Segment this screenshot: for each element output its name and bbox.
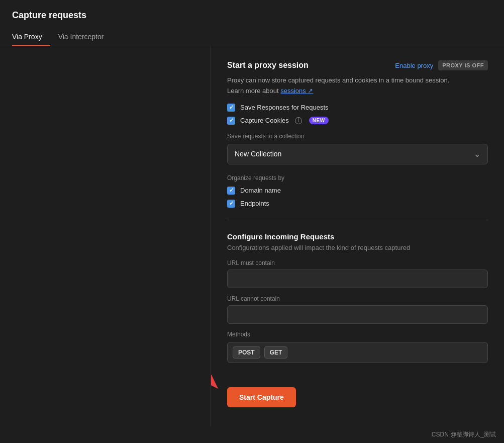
collection-field-label: Save requests to a collection — [227, 133, 488, 140]
configure-title: Configure Incoming Requests — [227, 232, 488, 241]
proxy-status-badge: PROXY IS OFF — [438, 60, 488, 70]
watermark: CSDN @整脚诗人_测试 — [0, 426, 504, 443]
collection-dropdown[interactable]: New Collection ⌄ — [227, 144, 488, 164]
start-capture-wrapper: Start Capture — [227, 375, 296, 407]
domain-name-label: Domain name — [240, 187, 281, 194]
domain-name-checkbox[interactable] — [227, 187, 235, 195]
capture-cookies-label: Capture Cookies — [240, 117, 289, 124]
url-cannot-contain-input[interactable] — [227, 305, 488, 324]
capture-cookies-row: Capture Cookies i NEW — [227, 117, 488, 125]
method-post[interactable]: POST — [233, 346, 260, 359]
start-capture-button[interactable]: Start Capture — [227, 387, 296, 407]
organize-label: Organize requests by — [227, 174, 488, 182]
chevron-down-icon: ⌄ — [474, 149, 480, 159]
right-panel: Start a proxy session Enable proxy PROXY… — [211, 46, 504, 426]
method-get[interactable]: GET — [264, 346, 288, 359]
endpoints-label: Endpoints — [240, 200, 269, 207]
save-responses-row: Save Responses for Requests — [227, 104, 488, 112]
new-badge: NEW — [309, 117, 329, 124]
configure-desc: Configurations applied will impact the k… — [227, 244, 488, 251]
tab-via-proxy[interactable]: Via Proxy — [12, 29, 50, 46]
left-panel — [0, 46, 211, 426]
domain-name-row: Domain name — [227, 187, 488, 195]
capture-cookies-info-icon[interactable]: i — [295, 117, 302, 124]
tabs-bar: Via Proxy Via Interceptor — [0, 29, 504, 46]
collection-value: New Collection — [235, 150, 281, 158]
proxy-section-header: Start a proxy session Enable proxy PROXY… — [227, 60, 488, 70]
arrow-annotation — [211, 368, 225, 398]
endpoints-row: Endpoints — [227, 200, 488, 208]
tab-via-interceptor[interactable]: Via Interceptor — [58, 29, 112, 46]
proxy-session-title: Start a proxy session — [227, 61, 309, 70]
sessions-link[interactable]: sessions ↗ — [280, 87, 313, 95]
proxy-description: Proxy can now store captured requests an… — [227, 75, 488, 97]
methods-container: POST GET — [227, 342, 488, 363]
url-must-contain-input[interactable] — [227, 270, 488, 288]
endpoints-checkbox[interactable] — [227, 200, 235, 208]
proxy-controls: Enable proxy PROXY IS OFF — [395, 60, 488, 70]
enable-proxy-link[interactable]: Enable proxy — [395, 62, 433, 69]
save-responses-label: Save Responses for Requests — [240, 104, 329, 111]
section-divider — [227, 220, 488, 220]
capture-cookies-checkbox[interactable] — [227, 117, 235, 125]
main-content: Start a proxy session Enable proxy PROXY… — [0, 46, 504, 426]
url-cannot-contain-label: URL cannot contain — [227, 295, 488, 302]
save-responses-checkbox[interactable] — [227, 104, 235, 112]
url-must-contain-label: URL must contain — [227, 259, 488, 267]
page-title: Capture requests — [0, 10, 504, 29]
methods-label: Methods — [227, 331, 488, 338]
